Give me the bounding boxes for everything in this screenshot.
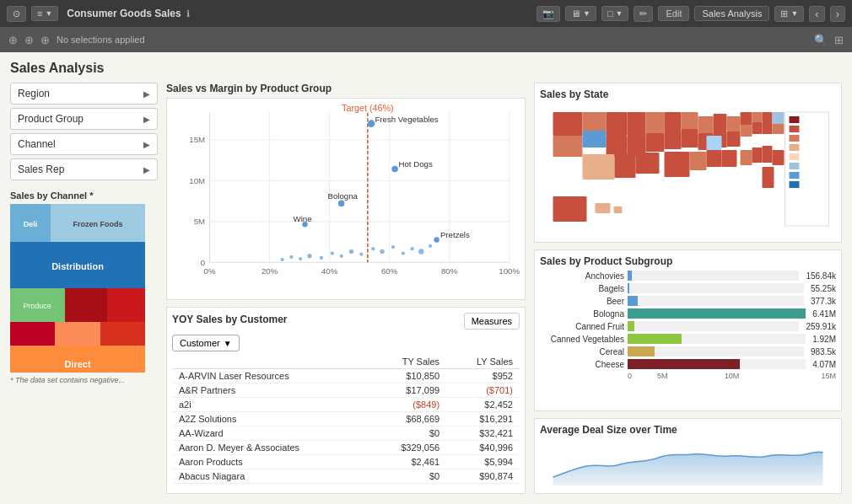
- bar-x-15m: 15M: [767, 372, 836, 380]
- svg-rect-74: [646, 112, 665, 133]
- svg-rect-98: [665, 152, 690, 177]
- scatter-area[interactable]: Target (46%) 0 5M 10M 15M 0% 20% 40% 60%…: [166, 98, 526, 300]
- svg-rect-114: [790, 144, 800, 151]
- menu-button[interactable]: ≡ ▼: [31, 6, 58, 21]
- list-item: Cereal983.5k: [540, 346, 836, 357]
- ty-cell: $329,056: [369, 441, 446, 455]
- monitor-button[interactable]: 🖥▼: [565, 6, 596, 21]
- list-item: Bologna6.41M: [540, 308, 836, 319]
- svg-point-60: [338, 201, 345, 207]
- list-item: Beer377.3k: [540, 296, 836, 306]
- customer-cell: Aaron Products: [172, 455, 369, 469]
- svg-rect-71: [628, 112, 646, 136]
- svg-text:60%: 60%: [381, 266, 398, 276]
- svg-text:0%: 0%: [204, 266, 216, 276]
- bar-label: Bologna: [540, 309, 624, 319]
- svg-point-41: [320, 256, 323, 260]
- svg-text:Fresh Vegetables: Fresh Vegetables: [375, 115, 438, 124]
- svg-rect-97: [773, 150, 785, 165]
- svg-rect-87: [752, 112, 763, 122]
- table-row: A&R Partners$17,099($701): [172, 383, 520, 398]
- customer-cell: A2Z Solutions: [172, 412, 369, 426]
- svg-point-55: [281, 258, 284, 261]
- sheet-icon-button[interactable]: ⊞▼: [774, 6, 804, 22]
- page-title: Sales Analysis: [10, 61, 842, 76]
- svg-point-53: [299, 257, 302, 260]
- forward-button[interactable]: ›: [830, 6, 845, 22]
- bar-value: 6.41M: [812, 309, 836, 319]
- svg-rect-100: [707, 150, 722, 167]
- bar-track: [628, 308, 806, 319]
- filter-icon-1: ⊕: [8, 34, 18, 46]
- svg-point-56: [368, 120, 375, 127]
- ly-cell: $90,874: [446, 469, 520, 484]
- svg-rect-112: [790, 126, 800, 132]
- customer-dropdown[interactable]: Customer ▼: [172, 335, 240, 351]
- bar-track: [628, 359, 806, 369]
- bar-value: 377.3k: [811, 297, 836, 306]
- bar-track: [628, 283, 804, 293]
- bar-label: Canned Fruit: [540, 322, 624, 331]
- app-menu-button[interactable]: ⊙: [7, 6, 26, 22]
- svg-point-51: [418, 249, 423, 254]
- svg-rect-72: [607, 136, 628, 157]
- bar-value: 4.07M: [812, 360, 836, 369]
- svg-rect-10: [10, 322, 55, 346]
- svg-point-40: [307, 254, 311, 258]
- list-item: Canned Vegetables1.92M: [540, 334, 836, 344]
- pencil-button[interactable]: ✏: [634, 6, 653, 22]
- filter-icon-2: ⊕: [24, 34, 34, 46]
- bar-label: Anchovies: [540, 271, 624, 281]
- filter-text: No selections applied: [57, 35, 145, 45]
- customer-cell: Abacus Niagara: [172, 469, 369, 484]
- scatter-chart-container: Sales vs Margin by Product Group: [166, 83, 526, 300]
- svg-text:Target (46%): Target (46%): [342, 104, 394, 113]
- treemap[interactable]: Deli Frozen Foods Distribution Produce: [10, 204, 145, 373]
- toolbar: ⊙ ≡ ▼ Consumer Goods Sales ℹ 📷 🖥▼ □▼ ✏ E…: [0, 0, 852, 27]
- page-button[interactable]: □▼: [601, 6, 629, 21]
- svg-point-46: [371, 247, 375, 250]
- avg-deal-area: Average Deal Size over Time: [534, 418, 842, 494]
- svg-rect-103: [583, 154, 615, 180]
- svg-rect-104: [615, 154, 636, 178]
- search-icon[interactable]: 🔍: [814, 34, 828, 46]
- bar-fill: [628, 308, 806, 319]
- bar-fill: [628, 283, 629, 293]
- bar-label: Cereal: [540, 347, 624, 357]
- svg-text:80%: 80%: [441, 266, 458, 276]
- region-filter[interactable]: Region ▶: [10, 83, 158, 105]
- svg-rect-90: [741, 125, 752, 137]
- yoy-header: YOY Sales by Customer Measures: [172, 313, 520, 330]
- bar-track: [628, 334, 806, 344]
- camera-button[interactable]: 📷: [537, 6, 560, 22]
- channel-filter[interactable]: Channel ▶: [10, 133, 158, 155]
- svg-point-44: [349, 249, 353, 254]
- ty-cell: $0: [369, 426, 446, 441]
- subgroup-area: Sales by Product Subgroup Anchovies156.8…: [534, 249, 842, 411]
- bar-fill: [628, 321, 634, 331]
- svg-rect-70: [607, 112, 628, 136]
- svg-rect-66: [553, 112, 583, 136]
- back-button[interactable]: ‹: [809, 6, 824, 22]
- list-item: Canned Fruit259.91k: [540, 321, 836, 331]
- svg-point-48: [391, 245, 395, 249]
- treemap-note: * The data set contains negative...: [10, 376, 158, 384]
- customer-label: Customer: [180, 338, 220, 348]
- expand-icon[interactable]: ⊞: [834, 34, 844, 46]
- svg-text:Bologna: Bologna: [327, 191, 358, 201]
- list-item: Anchovies156.84k: [540, 271, 836, 281]
- product-group-filter[interactable]: Product Group ▶: [10, 108, 158, 130]
- measures-button[interactable]: Measures: [464, 313, 520, 330]
- table-row: Abacus Niagara$0$90,874: [172, 469, 520, 484]
- svg-text:Wine: Wine: [294, 214, 312, 223]
- bar-value: 156.84k: [806, 271, 836, 281]
- svg-point-52: [429, 244, 432, 248]
- svg-point-43: [339, 255, 342, 258]
- sales-rep-filter[interactable]: Sales Rep ▶: [10, 158, 158, 180]
- yoy-title: YOY Sales by Customer: [172, 314, 288, 325]
- svg-rect-113: [790, 135, 800, 142]
- ty-cell: $68,669: [369, 412, 446, 426]
- svg-rect-80: [698, 116, 714, 133]
- svg-rect-115: [790, 153, 800, 160]
- edit-button[interactable]: Edit: [658, 6, 689, 21]
